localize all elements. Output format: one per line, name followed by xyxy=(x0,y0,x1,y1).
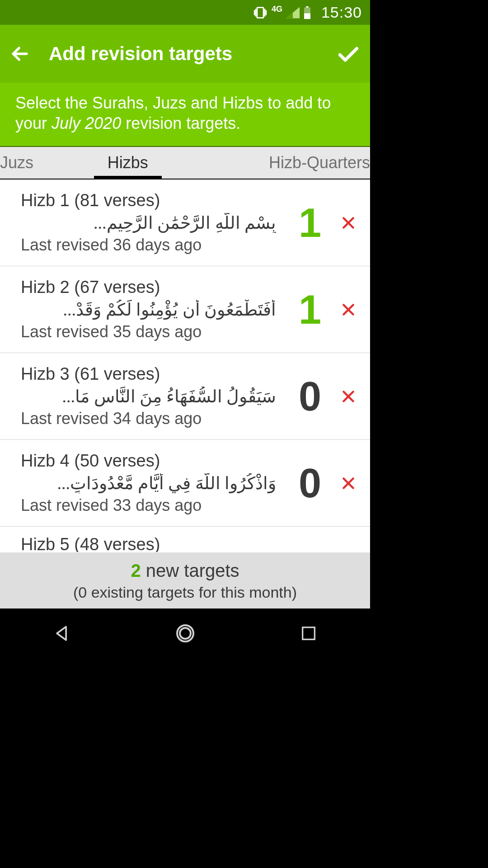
page-title: Add revision targets xyxy=(49,43,318,65)
remove-button[interactable] xyxy=(338,387,358,406)
network-label: 4G xyxy=(272,5,282,14)
tab-hizbs[interactable]: Hizbs xyxy=(94,147,162,179)
remove-button[interactable] xyxy=(338,213,358,233)
instruction-suffix: revision targets. xyxy=(121,114,240,132)
list-item[interactable]: Hizb 2 (67 verses) أَفَتَطْمَعُونَ أَن ي… xyxy=(0,266,370,353)
status-bar: 4G 15:30 xyxy=(0,0,370,25)
footer-existing: (0 existing targets for this month) xyxy=(0,584,370,601)
list-item-sub: Last revised 33 days ago xyxy=(21,496,282,515)
nav-back-button[interactable] xyxy=(48,620,75,647)
list-item-count: 0 xyxy=(290,463,330,504)
nav-recent-button[interactable] xyxy=(295,620,322,647)
list-item-arabic: وَاذْكُرُوا اللَّهَ فِي أَيَّامٍ مَّعْدُ… xyxy=(21,473,282,493)
instruction-text: Select the Surahs, Juzs and Hizbs to add… xyxy=(15,93,355,133)
signal-icon xyxy=(286,7,300,19)
tab-juzs[interactable]: Juzs xyxy=(0,147,47,179)
hizb-list: Hizb 1 (81 verses) بِسْمِ اللَّهِ الرَّح… xyxy=(0,179,370,552)
list-item-title: Hizb 2 (67 verses) xyxy=(21,278,282,297)
instruction-month: July 2020 xyxy=(52,114,121,132)
nav-home-button[interactable] xyxy=(172,620,199,647)
list-item[interactable]: Hizb 3 (61 verses) سَيَقُولُ السُّفَهَاء… xyxy=(0,353,370,440)
confirm-button[interactable] xyxy=(336,41,361,66)
app-bar: Add revision targets xyxy=(0,25,370,83)
svg-point-18 xyxy=(180,628,191,639)
list-item-arabic: أَفَتَطْمَعُونَ أَن يُؤْمِنُوا لَكُمْ وَ… xyxy=(21,300,282,320)
android-nav-bar xyxy=(0,609,370,658)
vibrate-icon xyxy=(253,5,268,20)
list-item-arabic: سَيَقُولُ السُّفَهَاءُ مِنَ النَّاسِ مَا… xyxy=(21,387,282,406)
svg-rect-0 xyxy=(257,7,263,18)
list-item[interactable]: Hizb 4 (50 verses) وَاذْكُرُوا اللَّهَ ف… xyxy=(0,440,370,527)
instruction-banner: Select the Surahs, Juzs and Hizbs to add… xyxy=(0,83,370,147)
list-item-main: Hizb 1 (81 verses) بِسْمِ اللَّهِ الرَّح… xyxy=(21,191,282,255)
list-item-title: Hizb 5 (48 verses) xyxy=(21,535,358,552)
tabs: Juzs Hizbs Hizb-Quarters xyxy=(0,147,370,179)
summary-footer: 2 new targets (0 existing targets for th… xyxy=(0,552,370,609)
list-item-main: Hizb 4 (50 verses) وَاذْكُرُوا اللَّهَ ف… xyxy=(21,451,282,515)
list-item-count: 1 xyxy=(290,289,330,330)
list-item-arabic: بِسْمِ اللَّهِ الرَّحْمَٰنِ الرَّحِيمِ..… xyxy=(21,213,282,233)
battery-icon xyxy=(303,6,311,19)
remove-button[interactable] xyxy=(338,300,358,320)
list-item-title: Hizb 1 (81 verses) xyxy=(21,191,282,210)
tab-hizb-quarters[interactable]: Hizb-Quarters xyxy=(255,147,370,179)
back-button[interactable] xyxy=(9,43,31,65)
status-icons: 4G xyxy=(253,5,311,20)
list-item-sub: Last revised 35 days ago xyxy=(21,322,282,341)
new-count: 2 xyxy=(131,561,141,580)
list-item-title: Hizb 3 (61 verses) xyxy=(21,364,282,384)
list-item[interactable]: Hizb 5 (48 verses) xyxy=(0,527,370,552)
remove-button[interactable] xyxy=(338,473,358,493)
list-item-count: 0 xyxy=(290,376,330,417)
list-item-main: Hizb 3 (61 verses) سَيَقُولُ السُّفَهَاء… xyxy=(21,364,282,428)
list-item-count: 1 xyxy=(290,203,330,243)
list-item-main: Hizb 2 (67 verses) أَفَتَطْمَعُونَ أَن ي… xyxy=(21,278,282,341)
list-item-title: Hizb 4 (50 verses) xyxy=(21,451,282,471)
svg-rect-5 xyxy=(306,6,309,8)
list-item-sub: Last revised 34 days ago xyxy=(21,409,282,428)
svg-rect-7 xyxy=(304,13,310,19)
status-time: 15:30 xyxy=(321,4,362,21)
svg-rect-19 xyxy=(302,627,314,640)
list-item[interactable]: Hizb 1 (81 verses) بِسْمِ اللَّهِ الرَّح… xyxy=(0,179,370,266)
footer-new-targets: 2 new targets xyxy=(0,561,370,581)
list-item-sub: Last revised 36 days ago xyxy=(21,236,282,255)
list-item-main: Hizb 5 (48 verses) xyxy=(21,535,358,552)
new-label: new targets xyxy=(141,561,239,580)
